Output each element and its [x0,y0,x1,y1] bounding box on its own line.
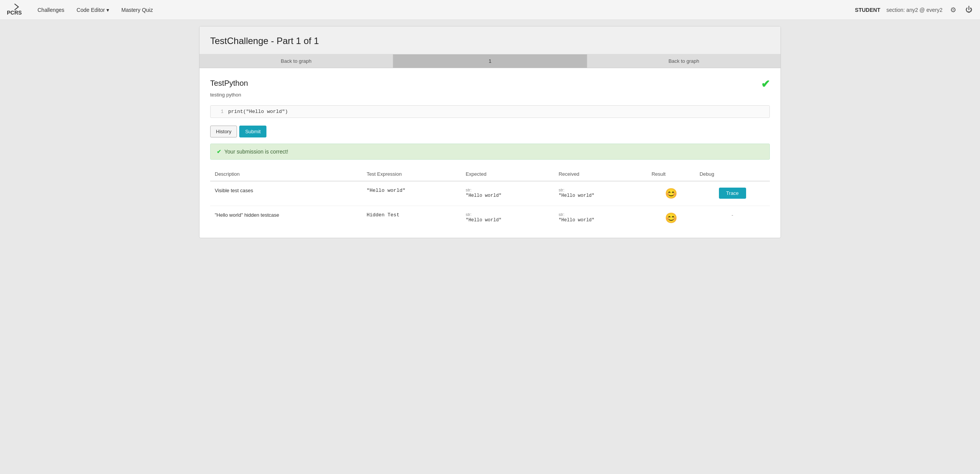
history-button[interactable]: History [210,126,237,137]
breadcrumb-page-num[interactable]: 1 [393,54,587,68]
cell-result-1: 😊 [647,206,695,230]
cell-expression-1: Hidden Test [362,206,461,230]
breadcrumb-back-right[interactable]: Back to graph [587,54,781,68]
cell-description-0: Visible test cases [210,181,362,206]
settings-button[interactable]: ⚙ [949,4,958,16]
col-result: Result [647,167,695,181]
completion-check-icon: ✔ [761,79,770,90]
alert-message: Your submission is correct! [224,149,288,155]
cell-debug-1: - [695,206,770,230]
col-expected: Expected [461,167,554,181]
section-label: section: any2 @ every2 [886,7,942,13]
challenge-title-row: TestPython ✔ [210,79,770,90]
col-debug: Debug [695,167,770,181]
trace-button[interactable]: Trace [719,188,746,199]
action-buttons: History Submit [210,126,770,137]
cell-debug-0: Trace [695,181,770,206]
page-title: TestChallenge - Part 1 of 1 [210,36,770,46]
col-received: Received [554,167,647,181]
alert-check-icon: ✔ [217,149,221,155]
cell-expected-1: str: "Hello world" [461,206,554,230]
challenge-body: TestPython ✔ testing python 1 print("Hel… [199,68,781,238]
code-content-1: print("Hello world") [228,109,288,114]
table-row: "Hello world" hidden testcase Hidden Tes… [210,206,770,230]
submit-button[interactable]: Submit [239,126,266,137]
student-label: STUDENT [855,7,880,13]
cell-expected-0: str: "Hello world" [461,181,554,206]
cell-result-0: 😊 [647,181,695,206]
result-smiley-icon: 😊 [665,212,677,224]
breadcrumb-back-left[interactable]: Back to graph [199,54,393,68]
result-smiley-icon: 😊 [665,188,677,199]
navbar: PCRS Challenges Code Editor ▾ Mastery Qu… [0,0,980,20]
challenge-name: TestPython [210,79,248,88]
pcrs-logo-icon: PCRS [6,3,23,17]
cell-received-1: str: "Hello world" [554,206,647,230]
main-nav: Challenges Code Editor ▾ Mastery Quiz [32,4,158,16]
page-header: TestChallenge - Part 1 of 1 [199,26,781,54]
results-table: Description Test Expression Expected Rec… [210,167,770,230]
nav-mastery-quiz[interactable]: Mastery Quiz [116,4,158,16]
col-description: Description [210,167,362,181]
code-editor[interactable]: 1 print("Hello world") [210,105,770,118]
table-row: Visible test cases "Hello world" str: "H… [210,181,770,206]
cell-description-1: "Hello world" hidden testcase [210,206,362,230]
col-test-expression: Test Expression [362,167,461,181]
challenge-description: testing python [210,92,770,98]
svg-text:PCRS: PCRS [7,10,22,16]
cell-received-0: str: "Hello world" [554,181,647,206]
code-line-1: 1 print("Hello world") [211,106,769,118]
logout-button[interactable]: ⏻ [964,4,974,15]
nav-challenges[interactable]: Challenges [32,4,70,16]
breadcrumb-nav: Back to graph 1 Back to graph [199,54,781,68]
navbar-right: STUDENT section: any2 @ every2 ⚙ ⏻ [855,4,974,16]
debug-dash: - [732,212,733,218]
brand-logo[interactable]: PCRS [6,3,23,17]
success-alert: ✔ Your submission is correct! [210,144,770,160]
main-content: TestChallenge - Part 1 of 1 Back to grap… [199,26,781,238]
dropdown-arrow-icon: ▾ [106,7,109,13]
line-number-1: 1 [214,109,224,114]
cell-expression-0: "Hello world" [362,181,461,206]
nav-code-editor[interactable]: Code Editor ▾ [71,4,114,16]
